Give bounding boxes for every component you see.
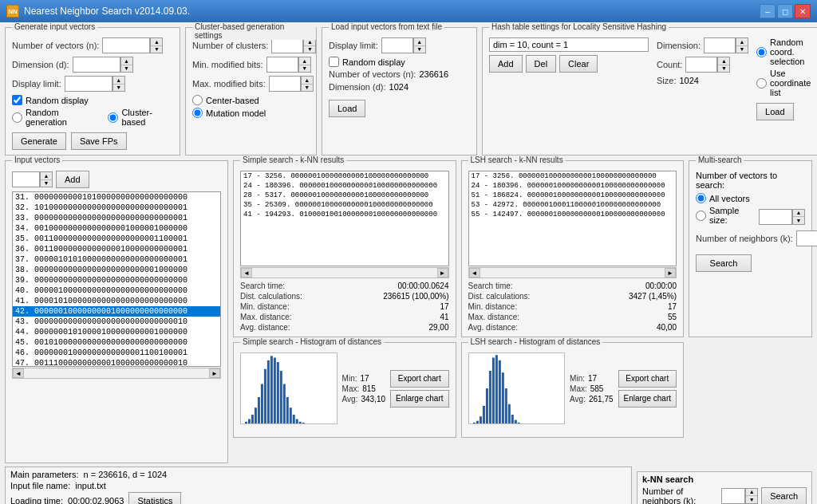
dimension-input[interactable]: 1024 [73,57,120,73]
load-display-limit-down[interactable]: ▼ [414,46,425,53]
result-item[interactable]: 28 - 5317. 00000010000000000100000000000… [241,191,448,200]
all-vectors-radio[interactable] [696,193,706,203]
scroll-right-arrow[interactable]: ► [209,368,220,378]
list-item[interactable]: 36. 00110000000000000010000000000001 [13,244,220,254]
lsh-result-item[interactable]: 17 - 3256. 00000010000000000100000000000… [469,171,677,181]
lsh-result-item[interactable]: 51 - 186824. 000000100000000001000000000… [469,191,677,200]
list-item[interactable]: 32. 10100000000000000000000000000001 [13,203,220,213]
display-limit-down[interactable]: ▼ [113,85,124,92]
hash-count-spinbox[interactable]: 1 ▲ ▼ [685,57,730,73]
simple-scroll-left[interactable]: ◄ [241,268,252,278]
sample-size-radio[interactable] [696,211,706,221]
load-button[interactable]: Load [329,100,365,117]
list-item[interactable]: 33. 00000000000000000000000000000001 [13,213,220,223]
display-limit-input[interactable]: 100 [65,76,112,92]
restore-button[interactable]: ◻ [777,4,793,18]
vector-index-input[interactable]: 1 [12,171,40,187]
list-item-selected[interactable]: 42. 00000010000000001000000000000000 [13,306,220,317]
statistics-button[interactable]: Statistics [128,492,181,504]
load-display-limit-spinbox[interactable]: 50 ▲ ▼ [381,37,426,53]
hash-add-button[interactable]: Add [489,55,523,73]
generate-button[interactable]: Generate [12,132,66,150]
vector-index-down[interactable]: ▼ [41,180,52,187]
list-item[interactable]: 43. 00000000000000000000000000000010 [13,317,220,327]
list-item[interactable]: 39. 00000000000000000000000000000000 [13,275,220,285]
save-fps-button[interactable]: Save FPs [71,132,127,150]
list-item[interactable]: 47. 00111000000000001000000000000010 [13,358,220,367]
min-modified-up[interactable]: ▲ [299,57,310,65]
multi-neighbors-spinbox[interactable]: 5 ▲ ▼ [796,230,817,246]
list-item[interactable]: 37. 00000101010000000000000000000001 [13,254,220,265]
dimension-down[interactable]: ▼ [121,65,132,73]
num-vectors-input[interactable]: 100000 [102,37,150,53]
num-vectors-down[interactable]: ▼ [151,46,162,53]
hash-load-button[interactable]: Load [756,103,793,120]
hash-count-input[interactable]: 1 [685,57,717,73]
mutation-model-radio[interactable] [192,108,203,118]
min-modified-down[interactable]: ▼ [299,65,310,73]
multi-search-button[interactable]: Search [696,254,752,272]
num-vectors-up[interactable]: ▲ [151,38,162,46]
num-vectors-spinbox[interactable]: 100000 ▲ ▼ [102,37,163,53]
result-item[interactable]: 41 - 194293. 010000100100000001000000000… [241,210,448,219]
hash-dimension-up[interactable]: ▲ [736,38,748,46]
min-modified-input[interactable]: 1 [266,57,298,73]
list-item[interactable]: 31. 00000000001010000000000000000000 [13,192,220,203]
lsh-result-item[interactable]: 53 - 42972. 0000001000110000010000000000… [469,200,677,210]
lsh-scroll-left[interactable]: ◄ [469,268,480,278]
result-item[interactable]: 35 - 25309. 0000001000000000010000000000… [241,200,448,210]
display-limit-up[interactable]: ▲ [113,77,124,85]
sample-size-up[interactable]: ▲ [793,210,804,218]
dimension-up[interactable]: ▲ [121,57,132,65]
random-gen-radio[interactable] [12,112,22,123]
knn-neighbors-down[interactable]: ▼ [746,496,757,503]
result-item[interactable]: 17 - 3256. 00000010000000000100000000000… [241,171,448,181]
hash-clear-button[interactable]: Clear [559,55,598,73]
knn-search-button[interactable]: Search [761,487,807,505]
list-item[interactable]: 38. 00000000000000000000000001000000 [13,265,220,275]
list-item[interactable]: 41. 00001010000000000000000000000000 [13,296,220,306]
num-clusters-down[interactable]: ▼ [304,46,315,53]
list-item[interactable]: 46. 00000001000000000000001100100001 [13,348,220,358]
max-modified-input[interactable]: 5 [269,76,301,92]
lsh-scroll-right[interactable]: ► [665,268,676,278]
min-modified-spinbox[interactable]: 1 ▲ ▼ [266,57,311,73]
hash-del-button[interactable]: Del [526,55,557,73]
knn-neighbors-input[interactable]: 5 [721,488,745,504]
vector-index-spinbox[interactable]: 1 ▲ ▼ [12,171,53,187]
max-modified-spinbox[interactable]: 5 ▲ ▼ [269,76,314,92]
dimension-spinbox[interactable]: 1024 ▲ ▼ [73,57,133,73]
max-modified-down[interactable]: ▼ [302,85,313,92]
list-item[interactable]: 45. 00101000000000000000000000000000 [13,337,220,348]
load-display-limit-input[interactable]: 50 [381,37,413,53]
simple-export-button[interactable]: Export chart [390,370,448,388]
list-item[interactable]: 35. 00110000000000000000000001100001 [13,234,220,244]
lsh-export-button[interactable]: Export chart [618,370,677,388]
multi-neighbors-input[interactable]: 5 [796,230,817,246]
hash-count-down[interactable]: ▼ [718,65,729,73]
load-display-limit-up[interactable]: ▲ [414,38,425,46]
list-item[interactable]: 40. 00000100000000000000000000000000 [13,285,220,296]
scroll-left-arrow[interactable]: ◄ [13,368,24,378]
lsh-result-item[interactable]: 24 - 180396. 000000100000000001000000000… [469,181,677,191]
list-item[interactable]: 44. 00000001010000100000000001000000 [13,327,220,337]
knn-neighbors-spinbox[interactable]: 5 ▲ ▼ [721,488,758,504]
hash-dimension-input[interactable]: 10 [704,37,736,53]
result-item[interactable]: 24 - 180396. 000000100000000001000000000… [241,181,448,191]
center-based-radio[interactable] [192,95,203,105]
sample-size-spinbox[interactable]: 23661 ▲ ▼ [759,209,805,225]
sample-size-input[interactable]: 23661 [759,209,792,225]
add-vector-button[interactable]: Add [56,171,89,188]
knn-neighbors-up[interactable]: ▲ [746,489,757,497]
hash-dimension-spinbox[interactable]: 10 ▲ ▼ [704,37,748,53]
close-button[interactable]: ✕ [795,4,811,18]
sample-size-down[interactable]: ▼ [793,217,804,224]
simple-enlarge-button[interactable]: Enlarge chart [390,390,448,408]
use-coord-radio[interactable] [756,78,767,89]
random-coord-radio[interactable] [756,47,767,57]
hash-dimension-down[interactable]: ▼ [736,46,748,53]
random-display-checkbox[interactable] [12,95,22,105]
cluster-based-radio[interactable] [108,112,118,123]
simple-scroll-right[interactable]: ► [437,268,448,278]
list-item[interactable]: 34. 00100000000000000001000001000000 [13,223,220,234]
